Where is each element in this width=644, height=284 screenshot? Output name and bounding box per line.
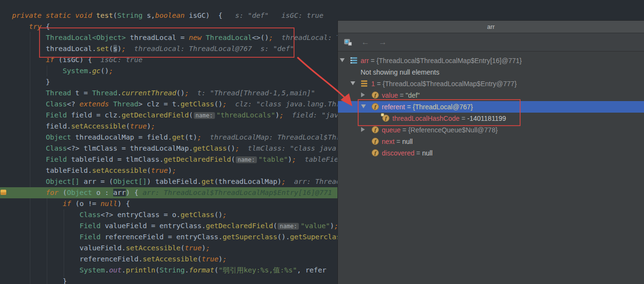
code-token: out — [109, 266, 121, 274]
equals-sign: = — [394, 138, 402, 145]
code-token: String — [117, 12, 142, 19]
code-token: <?> tlmClass = threadLocalMap. — [67, 144, 193, 152]
array-icon — [350, 57, 357, 64]
variable-value: -1401181199 — [467, 115, 506, 122]
code-token: <? — [67, 100, 80, 108]
variable-text: 1 = {ThreadLocal$ThreadLocalMap$Entry@77… — [371, 78, 517, 90]
code-token: ; — [206, 244, 210, 252]
code-token: o : — [92, 189, 113, 196]
code-token: setAccessible — [143, 255, 198, 263]
code-token: . — [105, 266, 109, 274]
code-token: Field — [46, 155, 67, 163]
param-name-hint: name: — [278, 223, 299, 230]
code-token: "弱引用key:%s,值:%s" — [218, 266, 297, 274]
variable-text: next = null — [382, 136, 413, 147]
variable-row-discovered[interactable]: fdiscovered = null — [338, 147, 644, 159]
code-token: ( — [113, 12, 118, 19]
field-icon: f — [372, 138, 379, 145]
field-icon: f — [372, 149, 379, 156]
code-token: Thread — [46, 89, 71, 97]
code-token: . — [117, 89, 121, 97]
variable-row-queue[interactable]: fqueue = {ReferenceQueue$Null@778} — [338, 124, 644, 136]
code-token: field. — [46, 122, 71, 130]
code-token: Object[] — [46, 178, 80, 185]
popup-toolbar: ← → — [338, 33, 644, 52]
collapse-arrow-icon[interactable] — [361, 104, 366, 108]
code-token: System — [80, 266, 105, 274]
code-token: ( — [214, 266, 218, 274]
code-line[interactable]: private static void test(String s,boolea… — [0, 10, 644, 21]
final-field-badge — [381, 113, 384, 116]
variables-view-icon[interactable] — [343, 37, 353, 48]
tree-note: Not showing null elements — [361, 66, 439, 78]
debugger-inline-hint: isGC: true — [96, 56, 143, 64]
variable-row-referent[interactable]: freferent = {ThreadLocal@767} — [338, 101, 644, 113]
code-token: (o != — [71, 200, 100, 207]
code-token: getClass — [180, 100, 214, 108]
code-token: ThreadLocal<Object> — [46, 34, 126, 41]
code-token: getDeclaredField — [206, 222, 273, 230]
collapse-arrow-icon[interactable] — [340, 58, 345, 62]
back-button[interactable]: ← — [360, 37, 371, 48]
equals-sign: = — [459, 115, 467, 122]
variable-row-arr[interactable]: arr = {ThreadLocal$ThreadLocalMap$Entry[… — [338, 55, 644, 66]
code-token: get — [201, 178, 214, 185]
code-token: test — [96, 12, 113, 19]
variable-row-next[interactable]: fnext = null — [338, 136, 644, 147]
code-token: null — [101, 200, 118, 207]
code-token: valueField = entryClass. — [101, 222, 206, 230]
code-token: () — [214, 211, 222, 219]
code-token: (threadLocalMap) — [214, 178, 282, 185]
code-token: <?> entryClass = o. — [101, 211, 181, 219]
field-icon: f — [372, 103, 379, 110]
code-token: referenceField = entryClass. — [101, 233, 223, 241]
code-token: Thread — [113, 100, 138, 108]
code-token: } — [63, 277, 67, 284]
code-token: true — [185, 244, 201, 252]
expand-arrow-icon[interactable] — [361, 92, 365, 97]
code-token: s, — [143, 12, 155, 19]
tree-note-row[interactable]: Not showing null elements — [338, 66, 644, 78]
variable-value: null — [402, 138, 413, 145]
code-token: field = clz. — [67, 111, 122, 119]
param-name-hint: name: — [194, 112, 215, 119]
code-token: ( — [155, 266, 160, 274]
variable-text: value = "def" — [382, 90, 420, 101]
forward-button[interactable]: → — [377, 37, 388, 48]
code-token: getClass — [193, 144, 227, 152]
field-icon: f — [372, 91, 379, 99]
collapse-arrow-icon[interactable] — [350, 81, 355, 85]
code-token: boolean — [155, 12, 185, 19]
equals-sign: = — [369, 57, 376, 65]
code-token: Field — [80, 222, 101, 230]
code-token: ( — [58, 189, 67, 196]
code-token: extends — [80, 100, 109, 108]
popup-title[interactable]: arr — [338, 21, 644, 33]
variable-row-1[interactable]: 1 = {ThreadLocal$ThreadLocalMap$Entry@77… — [338, 78, 644, 90]
variable-row-threadLocalHashCode[interactable]: fthreadLocalHashCode = -1401181199 — [338, 113, 644, 124]
code-token: ( — [109, 45, 113, 52]
code-token: try — [29, 23, 41, 30]
code-token: } — [46, 78, 50, 86]
code-token: getClass — [181, 211, 215, 219]
code-token: ) { — [118, 200, 130, 207]
code-token: getDeclaredField — [121, 111, 189, 119]
variable-text: discovered = null — [382, 147, 432, 159]
code-token: true — [201, 255, 218, 263]
field-icon: f — [382, 115, 389, 122]
expand-arrow-icon[interactable] — [361, 127, 365, 132]
code-token: ) — [288, 155, 292, 163]
code-token: ) — [275, 111, 280, 119]
bookmark-icon[interactable] — [0, 190, 6, 195]
code-token: ; — [223, 211, 227, 219]
code-token: . — [121, 266, 126, 274]
code-token: () — [227, 144, 235, 152]
variable-name: value — [382, 91, 398, 99]
code-token: ( — [147, 167, 151, 174]
code-token: arr = ( — [80, 178, 113, 185]
variable-name: 1 — [371, 80, 375, 88]
code-token: ) — [117, 45, 121, 52]
variable-row-value[interactable]: fvalue = "def" — [338, 90, 644, 101]
param-name-hint: name: — [236, 156, 257, 163]
code-token: ( — [126, 122, 130, 130]
